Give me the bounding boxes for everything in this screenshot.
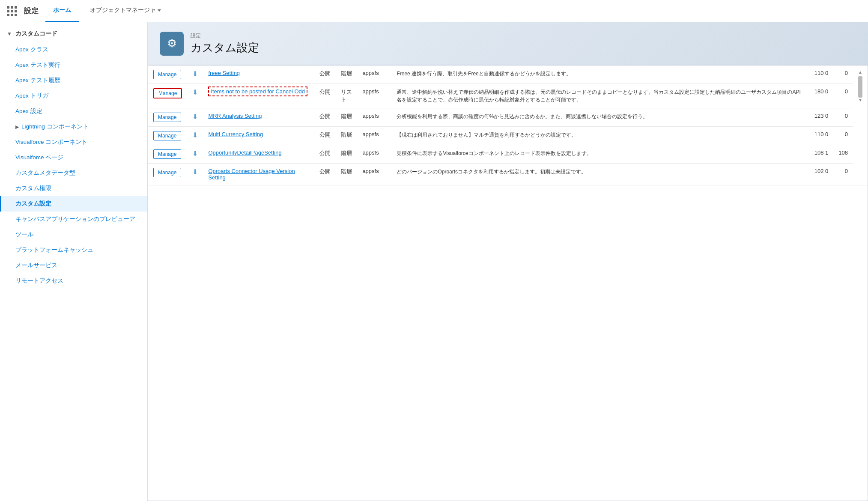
scroll-down-arrow[interactable]: ▼ (858, 98, 862, 102)
page-title: カスタム設定 (191, 40, 259, 55)
sidebar-item-custom-settings[interactable]: カスタム設定 (0, 196, 147, 212)
table-row: Manage ⬇ Multi Currency Setting 公開 階層 (148, 127, 868, 145)
count3-multi-currency: 0 (845, 131, 848, 137)
settings-table: Manage ⬇ freee Setting 公開 階層 (148, 66, 868, 185)
chevron-down-icon (158, 9, 161, 12)
download-icon-multi-currency[interactable]: ⬇ (192, 131, 198, 139)
page-header-icon: ⚙ (160, 32, 184, 56)
count3-opportunity: 108 (838, 149, 848, 156)
count3-freee: 0 (845, 70, 848, 76)
tab-object-manager[interactable]: オブジェクトマネージャ (82, 0, 169, 22)
page-header: ⚙ 設定 カスタム設定 (148, 22, 868, 65)
type-oproarts: 階層 (341, 168, 352, 175)
type-freee: 階層 (341, 70, 352, 77)
setting-name-opportunity[interactable]: OpportunityDetailPageSetting (208, 149, 281, 156)
manage-button-opportunity[interactable]: Manage (153, 149, 181, 159)
content-area: ⚙ 設定 カスタム設定 Manage ⬇ (148, 22, 868, 501)
sidebar-item-apex-trigger[interactable]: Apex トリガ (0, 88, 147, 104)
manage-button-multi-currency[interactable]: Manage (153, 131, 181, 140)
manage-button-items[interactable]: Manage (153, 88, 182, 98)
download-icon-freee[interactable]: ⬇ (192, 70, 198, 78)
download-icon-oproarts[interactable]: ⬇ (192, 168, 198, 176)
top-navigation: 設定 ホーム オブジェクトマネージャ (0, 0, 868, 22)
count3-oproarts: 0 (845, 168, 848, 174)
count2-multi-currency: 0 (825, 131, 828, 137)
sidebar-item-canvas-preview[interactable]: キャンバスアプリケーションのプレビューア (0, 212, 147, 227)
namespace-items: appsfs (362, 88, 379, 95)
count1-mrr: 123 (814, 113, 824, 119)
toggle-collapse-icon: ▶ (15, 124, 19, 130)
sidebar-item-custom-metadata[interactable]: カスタムメタデータ型 (0, 165, 147, 181)
type-mrr: 階層 (341, 113, 352, 119)
visibility-multi-currency: 公開 (319, 131, 331, 138)
desc-freee: Freee 連携を行う際、取引先をFreeと自動連係するかどうかを設定します。 (391, 66, 809, 84)
table-row: Manage ⬇ Oproarts Connector Usage Versio… (148, 164, 868, 185)
manage-button-freee[interactable]: Manage (153, 70, 181, 79)
setting-name-oproarts[interactable]: Oproarts Connector Usage Version Setting (208, 168, 295, 181)
table-row: Manage ⬇ Items not to be posted for Canc… (148, 84, 868, 108)
toggle-expand-icon: ▼ (7, 31, 12, 37)
app-launcher-icon[interactable] (7, 6, 17, 16)
setting-name-items[interactable]: Items not to be posted for Cancel Odd (208, 86, 307, 96)
count2-opportunity: 1 (825, 149, 828, 156)
sidebar-item-platform-cache[interactable]: プラットフォームキャッシュ (0, 242, 147, 258)
count3-mrr: 0 (845, 113, 848, 119)
desc-opportunity: 見積条件に表示するVisualforceコンポーネント上のレコード表示件数を設定… (391, 145, 809, 164)
main-layout: ▼ カスタムコード Apex クラス Apex テスト実行 Apex テスト履歴… (0, 22, 868, 501)
namespace-multi-currency: appsfs (362, 131, 379, 137)
sidebar-item-remote-access[interactable]: リモートアクセス (0, 273, 147, 289)
sidebar-item-mail-service[interactable]: メールサービス (0, 258, 147, 273)
count2-mrr: 0 (825, 113, 828, 119)
type-opportunity: 階層 (341, 150, 352, 156)
count1-items: 180 (814, 88, 824, 95)
visibility-oproarts: 公開 (319, 168, 331, 175)
sidebar-item-lightning-component[interactable]: ▶ Lightning コンポーネント (0, 119, 147, 134)
namespace-oproarts: appsfs (362, 168, 379, 174)
sidebar-item-custom-permission[interactable]: カスタム権限 (0, 181, 147, 196)
settings-table-container: Manage ⬇ freee Setting 公開 階層 (148, 65, 868, 501)
sidebar-item-visualforce-component[interactable]: Visualforce コンポーネント (0, 134, 147, 150)
sidebar-item-visualforce-page[interactable]: Visualforce ページ (0, 150, 147, 165)
desc-multi-currency: 【現在は利用されておりません】マルチ通貨を利用するかどうかの設定です。 (391, 127, 809, 145)
setting-name-freee[interactable]: freee Setting (208, 70, 240, 76)
sidebar-section-custom-code[interactable]: ▼ カスタムコード (0, 26, 147, 42)
tab-home[interactable]: ホーム (45, 0, 79, 22)
sidebar: ▼ カスタムコード Apex クラス Apex テスト実行 Apex テスト履歴… (0, 22, 148, 501)
type-items: リスト (341, 89, 352, 103)
desc-items: 通常、途中解約や洗い替えで赤伝の納品明細を作成する際は、元の黒伝のレコードそのま… (391, 84, 809, 108)
table-row: Manage ⬇ OpportunityDetailPageSetting 公開 (148, 145, 868, 164)
scroll-up-arrow[interactable]: ▲ (858, 70, 862, 75)
namespace-opportunity: appsfs (362, 149, 379, 156)
visibility-mrr: 公開 (319, 113, 331, 119)
setting-name-multi-currency[interactable]: Multi Currency Setting (208, 131, 263, 137)
visibility-freee: 公開 (319, 70, 331, 77)
desc-oproarts: どのバージョンのOproartsコネクタを利用するか指定します。初期は未設定です… (391, 164, 809, 185)
page-header-texts: 設定 カスタム設定 (191, 32, 259, 55)
download-icon-items[interactable]: ⬇ (192, 89, 198, 96)
download-icon-mrr[interactable]: ⬇ (192, 113, 198, 120)
count1-oproarts: 102 (814, 168, 824, 174)
download-icon-opportunity[interactable]: ⬇ (192, 150, 198, 157)
visibility-opportunity: 公開 (319, 150, 331, 156)
manage-button-oproarts[interactable]: Manage (153, 168, 181, 177)
gear-icon: ⚙ (167, 37, 177, 50)
manage-button-mrr[interactable]: Manage (153, 113, 181, 122)
sidebar-item-apex-settings[interactable]: Apex 設定 (0, 104, 147, 119)
sidebar-item-apex-test-run[interactable]: Apex テスト実行 (0, 57, 147, 73)
count1-multi-currency: 110 (814, 131, 824, 137)
setting-name-mrr[interactable]: MRR Analysis Setting (208, 113, 262, 119)
desc-mrr: 分析機能を利用する際、商談の確度の何%から見込みに含めるか。また、商談連携しない… (391, 108, 809, 127)
count1-freee: 110 (814, 70, 824, 76)
count2-freee: 0 (825, 70, 828, 76)
sidebar-item-apex-class[interactable]: Apex クラス (0, 42, 147, 57)
table-row: Manage ⬇ freee Setting 公開 階層 (148, 66, 868, 84)
sidebar-item-tools[interactable]: ツール (0, 227, 147, 242)
page-breadcrumb: 設定 (191, 32, 259, 39)
sidebar-item-apex-test-history[interactable]: Apex テスト履歴 (0, 73, 147, 88)
count2-items: 0 (825, 88, 828, 95)
namespace-freee: appsfs (362, 70, 379, 76)
type-multi-currency: 階層 (341, 131, 352, 138)
table-row: Manage ⬇ MRR Analysis Setting 公開 階層 (148, 108, 868, 127)
count3-items: 0 (845, 88, 848, 95)
app-name: 設定 (24, 6, 39, 16)
